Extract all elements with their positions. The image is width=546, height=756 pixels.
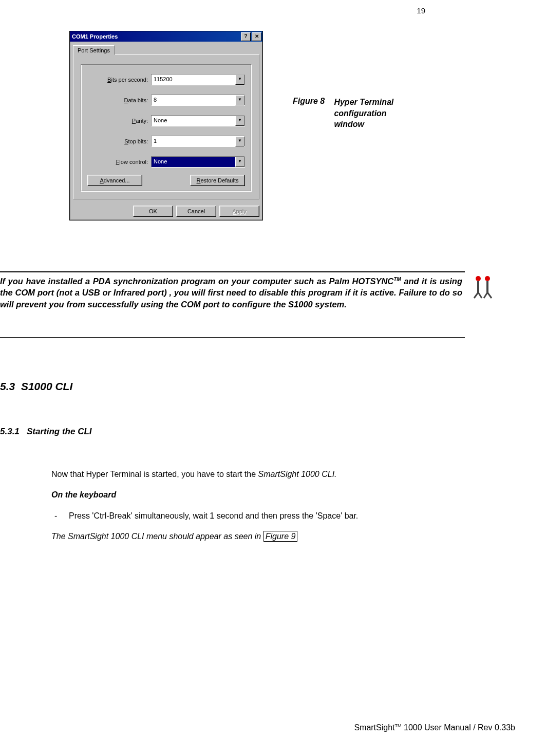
svg-line-4 [474, 292, 478, 298]
stop-bits-label: Stop bits: [87, 138, 151, 144]
com1-properties-dialog: COM1 Properties ? ✕ Port Settings BBits … [69, 31, 263, 220]
dialog-title: COM1 Properties [72, 33, 240, 40]
parity-combo[interactable]: None ▼ [151, 115, 245, 126]
page-footer: SmartSightTM 1000 User Manual / Rev 0.33… [354, 723, 515, 732]
svg-point-0 [476, 276, 481, 281]
chevron-down-icon[interactable]: ▼ [235, 136, 244, 146]
note-paragraph: If you have installed a PDA synchronizat… [0, 275, 462, 310]
figure-reference[interactable]: Figure 9 [263, 531, 298, 542]
page-number: 19 [417, 6, 425, 15]
data-bits-label: Data bits: [87, 97, 151, 103]
data-bits-combo[interactable]: 8 ▼ [151, 95, 245, 106]
cancel-button[interactable]: Cancel [176, 206, 216, 217]
tab-port-settings[interactable]: Port Settings [73, 45, 115, 55]
help-icon[interactable]: ? [241, 32, 251, 41]
bits-per-second-label: BBits per second:its per second: [87, 77, 151, 83]
body-subheading: On the keyboard [51, 489, 467, 501]
warning-icon [473, 274, 493, 301]
stop-bits-combo[interactable]: 1 ▼ [151, 136, 245, 147]
divider [0, 337, 465, 338]
flow-control-label: Flow control: [87, 159, 151, 165]
body-paragraph: The SmartSight 1000 CLI menu should appe… [51, 531, 467, 542]
svg-rect-2 [477, 281, 479, 292]
bullet-item: - Press 'Ctrl-Break' simultaneously, wai… [51, 510, 467, 522]
subsection-heading: 5.3.1 Starting the CLI [0, 427, 92, 437]
figure-caption: Figure 8 Hyper Terminalconfigurationwind… [293, 97, 393, 130]
figure-label: Figure 8 [293, 97, 325, 106]
svg-point-1 [485, 276, 490, 281]
flow-control-combo[interactable]: None ▼ [151, 156, 245, 168]
bits-per-second-combo[interactable]: 115200 ▼ [151, 74, 245, 85]
close-icon[interactable]: ✕ [252, 32, 261, 41]
section-heading: 5.3 S1000 CLI [0, 380, 72, 393]
apply-button[interactable]: Apply [219, 206, 259, 217]
chevron-down-icon[interactable]: ▼ [235, 157, 244, 167]
svg-line-6 [484, 292, 487, 298]
svg-rect-3 [486, 281, 488, 292]
svg-line-5 [478, 292, 482, 298]
chevron-down-icon[interactable]: ▼ [235, 95, 244, 105]
divider [0, 271, 465, 272]
ok-button[interactable]: OK [133, 206, 173, 217]
body-paragraph: Now that Hyper Terminal is started, you … [51, 469, 467, 480]
chevron-down-icon[interactable]: ▼ [235, 116, 244, 126]
parity-label: Parity: [87, 118, 151, 124]
restore-defaults-button[interactable]: Restore Defaults [190, 175, 245, 186]
dialog-titlebar: COM1 Properties ? ✕ [70, 31, 262, 42]
chevron-down-icon[interactable]: ▼ [235, 75, 244, 85]
advanced-button[interactable]: Advanced... [87, 175, 142, 186]
svg-line-7 [487, 292, 492, 298]
figure-text: Hyper Terminalconfigurationwindow [334, 97, 393, 130]
